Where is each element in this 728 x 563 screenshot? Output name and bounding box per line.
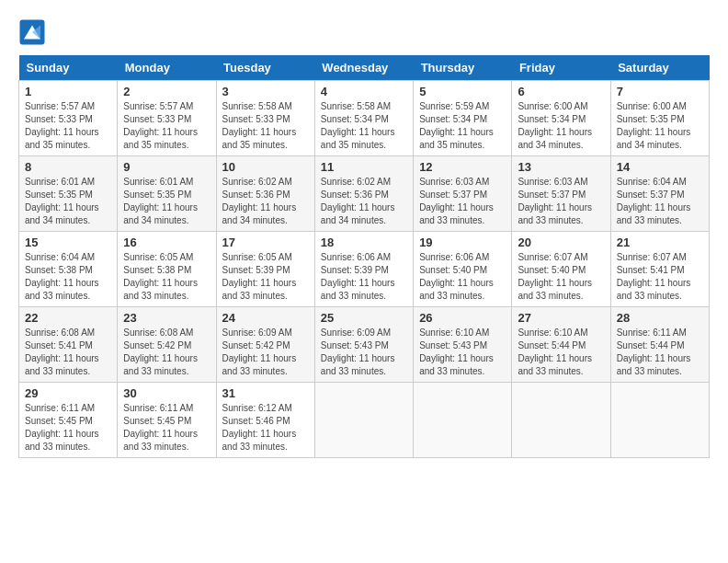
day-info: Sunrise: 6:07 AMSunset: 5:40 PMDaylight:… [518,252,592,301]
day-number: 1 [25,85,111,98]
empty-cell [610,383,709,458]
calendar-week-3: 15 Sunrise: 6:04 AMSunset: 5:38 PMDaylig… [19,232,710,307]
day-info: Sunrise: 6:01 AMSunset: 5:35 PMDaylight:… [123,177,198,225]
day-number: 9 [123,160,210,174]
day-info: Sunrise: 6:07 AMSunset: 5:41 PMDaylight:… [617,252,691,301]
calendar-week-1: 1 Sunrise: 5:57 AMSunset: 5:33 PMDayligh… [19,81,710,156]
day-info: Sunrise: 6:04 AMSunset: 5:37 PMDaylight:… [617,177,691,225]
day-number: 16 [123,236,210,249]
calendar-table: SundayMondayTuesdayWednesdayThursdayFrid… [18,55,710,458]
day-info: Sunrise: 6:03 AMSunset: 5:37 PMDaylight:… [419,177,494,225]
day-number: 29 [25,386,111,400]
day-number: 30 [123,386,210,400]
empty-cell [414,383,512,458]
logo [18,18,50,46]
calendar-day-11: 11 Sunrise: 6:02 AMSunset: 5:36 PMDaylig… [314,156,413,232]
day-info: Sunrise: 6:06 AMSunset: 5:39 PMDaylight:… [321,252,395,301]
calendar-day-25: 25 Sunrise: 6:09 AMSunset: 5:43 PMDaylig… [314,307,413,383]
day-number: 18 [321,236,407,249]
day-number: 26 [419,311,506,325]
calendar-day-10: 10 Sunrise: 6:02 AMSunset: 5:36 PMDaylig… [216,156,314,232]
day-number: 5 [419,85,506,98]
day-number: 12 [419,160,506,174]
calendar-day-31: 31 Sunrise: 6:12 AMSunset: 5:46 PMDaylig… [216,383,314,458]
calendar-day-29: 29 Sunrise: 6:11 AMSunset: 5:45 PMDaylig… [19,383,118,458]
day-number: 14 [617,160,703,174]
day-number: 27 [518,311,604,325]
calendar-day-16: 16 Sunrise: 6:05 AMSunset: 5:38 PMDaylig… [118,232,216,307]
calendar-day-3: 3 Sunrise: 5:58 AMSunset: 5:33 PMDayligh… [216,81,314,156]
day-number: 2 [123,85,210,98]
day-number: 8 [25,160,111,174]
day-number: 3 [222,85,309,98]
day-header-sunday: Sunday [19,55,118,81]
day-number: 21 [617,236,703,249]
day-info: Sunrise: 6:12 AMSunset: 5:46 PMDaylight:… [222,403,297,452]
day-info: Sunrise: 6:00 AMSunset: 5:34 PMDaylight:… [518,101,592,150]
day-info: Sunrise: 6:08 AMSunset: 5:42 PMDaylight:… [123,327,198,376]
day-number: 13 [518,160,604,174]
calendar-week-2: 8 Sunrise: 6:01 AMSunset: 5:35 PMDayligh… [19,156,710,232]
calendar-day-7: 7 Sunrise: 6:00 AMSunset: 5:35 PMDayligh… [610,81,709,156]
day-number: 10 [222,160,309,174]
calendar-week-5: 29 Sunrise: 6:11 AMSunset: 5:45 PMDaylig… [19,383,710,458]
day-info: Sunrise: 6:06 AMSunset: 5:40 PMDaylight:… [419,252,494,301]
calendar-day-18: 18 Sunrise: 6:06 AMSunset: 5:39 PMDaylig… [314,232,413,307]
calendar-day-15: 15 Sunrise: 6:04 AMSunset: 5:38 PMDaylig… [19,232,118,307]
calendar-day-17: 17 Sunrise: 6:05 AMSunset: 5:39 PMDaylig… [216,232,314,307]
calendar-day-13: 13 Sunrise: 6:03 AMSunset: 5:37 PMDaylig… [512,156,610,232]
day-info: Sunrise: 6:01 AMSunset: 5:35 PMDaylight:… [25,177,99,225]
day-number: 15 [25,236,111,249]
day-number: 28 [617,311,703,325]
calendar-day-23: 23 Sunrise: 6:08 AMSunset: 5:42 PMDaylig… [118,307,216,383]
empty-cell [314,383,413,458]
logo-icon [18,18,46,46]
calendar-week-4: 22 Sunrise: 6:08 AMSunset: 5:41 PMDaylig… [19,307,710,383]
day-number: 19 [419,236,506,249]
calendar-day-12: 12 Sunrise: 6:03 AMSunset: 5:37 PMDaylig… [414,156,512,232]
calendar-day-5: 5 Sunrise: 5:59 AMSunset: 5:34 PMDayligh… [414,81,512,156]
header [18,18,710,46]
day-info: Sunrise: 5:57 AMSunset: 5:33 PMDaylight:… [123,101,198,150]
day-number: 7 [617,85,703,98]
day-info: Sunrise: 6:11 AMSunset: 5:45 PMDaylight:… [25,403,99,452]
day-info: Sunrise: 6:08 AMSunset: 5:41 PMDaylight:… [25,327,99,376]
calendar-day-27: 27 Sunrise: 6:10 AMSunset: 5:44 PMDaylig… [512,307,610,383]
day-info: Sunrise: 6:02 AMSunset: 5:36 PMDaylight:… [222,177,297,225]
calendar-day-8: 8 Sunrise: 6:01 AMSunset: 5:35 PMDayligh… [19,156,118,232]
calendar-day-28: 28 Sunrise: 6:11 AMSunset: 5:44 PMDaylig… [610,307,709,383]
day-info: Sunrise: 6:05 AMSunset: 5:38 PMDaylight:… [123,252,198,301]
day-info: Sunrise: 6:03 AMSunset: 5:37 PMDaylight:… [518,177,592,225]
day-number: 23 [123,311,210,325]
empty-cell [512,383,610,458]
calendar-header-row: SundayMondayTuesdayWednesdayThursdayFrid… [19,55,710,81]
calendar-day-20: 20 Sunrise: 6:07 AMSunset: 5:40 PMDaylig… [512,232,610,307]
calendar-day-24: 24 Sunrise: 6:09 AMSunset: 5:42 PMDaylig… [216,307,314,383]
day-header-friday: Friday [512,55,610,81]
day-info: Sunrise: 5:58 AMSunset: 5:33 PMDaylight:… [222,101,297,150]
calendar-day-30: 30 Sunrise: 6:11 AMSunset: 5:45 PMDaylig… [118,383,216,458]
day-number: 20 [518,236,604,249]
calendar-day-1: 1 Sunrise: 5:57 AMSunset: 5:33 PMDayligh… [19,81,118,156]
day-info: Sunrise: 6:00 AMSunset: 5:35 PMDaylight:… [617,101,691,150]
day-number: 25 [321,311,407,325]
day-header-monday: Monday [118,55,216,81]
calendar-day-14: 14 Sunrise: 6:04 AMSunset: 5:37 PMDaylig… [610,156,709,232]
calendar-day-21: 21 Sunrise: 6:07 AMSunset: 5:41 PMDaylig… [610,232,709,307]
calendar-day-19: 19 Sunrise: 6:06 AMSunset: 5:40 PMDaylig… [414,232,512,307]
calendar-day-9: 9 Sunrise: 6:01 AMSunset: 5:35 PMDayligh… [118,156,216,232]
day-number: 31 [222,386,309,400]
day-info: Sunrise: 6:09 AMSunset: 5:43 PMDaylight:… [321,327,395,376]
day-header-wednesday: Wednesday [314,55,413,81]
day-info: Sunrise: 6:09 AMSunset: 5:42 PMDaylight:… [222,327,297,376]
day-number: 24 [222,311,309,325]
day-header-thursday: Thursday [414,55,512,81]
calendar-day-6: 6 Sunrise: 6:00 AMSunset: 5:34 PMDayligh… [512,81,610,156]
day-info: Sunrise: 5:57 AMSunset: 5:33 PMDaylight:… [25,101,99,150]
day-info: Sunrise: 5:59 AMSunset: 5:34 PMDaylight:… [419,101,494,150]
day-header-saturday: Saturday [610,55,709,81]
day-info: Sunrise: 5:58 AMSunset: 5:34 PMDaylight:… [321,101,395,150]
day-info: Sunrise: 6:04 AMSunset: 5:38 PMDaylight:… [25,252,99,301]
day-number: 17 [222,236,309,249]
day-number: 6 [518,85,604,98]
